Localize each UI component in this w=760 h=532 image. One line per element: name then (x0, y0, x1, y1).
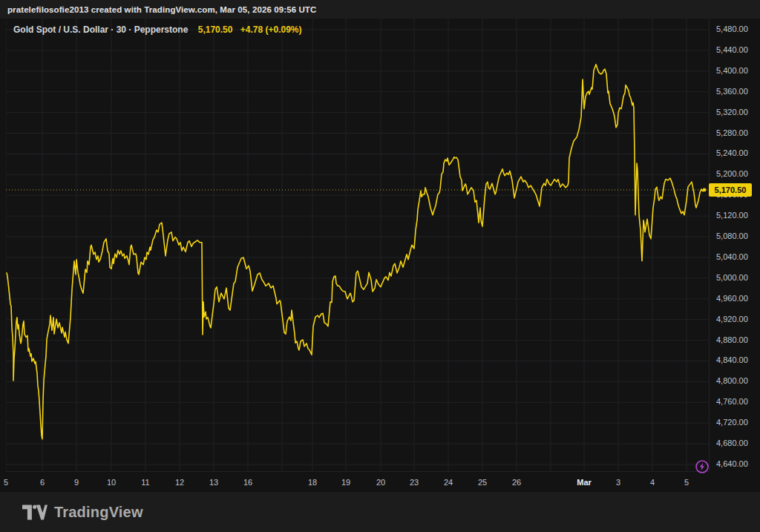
chart-pane[interactable]: Gold Spot / U.S. Dollar · 30 · Peppersto… (6, 19, 709, 471)
chart-legend[interactable]: Gold Spot / U.S. Dollar · 30 · Peppersto… (13, 24, 302, 35)
time-tick-label: 20 (376, 478, 385, 487)
time-tick-label: 3 (616, 478, 620, 487)
time-tick-label: 18 (308, 478, 317, 487)
time-tick-label: 4 (650, 478, 655, 487)
time-tick-label: 5 (684, 478, 689, 487)
price-chart[interactable] (6, 19, 709, 471)
time-tick-label: 19 (341, 478, 350, 487)
time-tick-label: 11 (141, 478, 149, 487)
price-tick-label: 5,280.00 (716, 128, 748, 137)
price-axis[interactable]: 5,480.005,440.005,400.005,360.005,320.00… (709, 19, 760, 471)
tradingview-logo[interactable]: TradingView (22, 504, 143, 521)
lightning-badge-icon[interactable] (695, 459, 710, 474)
price-tick-label: 4,840.00 (716, 355, 748, 364)
gridlines (6, 19, 709, 471)
last-point-marker (703, 188, 707, 192)
price-tick-label: 5,000.00 (716, 273, 748, 282)
attribution-text: pratelefilosofie2013 created with Tradin… (7, 5, 316, 14)
time-tick-label: 25 (478, 478, 487, 487)
price-tick-label: 4,920.00 (716, 315, 748, 324)
footer-bar: TradingView (0, 492, 760, 532)
price-tick-label: 5,320.00 (716, 108, 748, 116)
tradingview-logo-text: TradingView (54, 504, 143, 521)
time-tick-label: 23 (410, 478, 419, 487)
time-tick-label: 5 (4, 478, 8, 487)
price-tick-label: 5,480.00 (716, 24, 748, 33)
time-tick-label: 26 (512, 478, 521, 487)
price-tick-label: 5,080.00 (716, 231, 748, 240)
symbol-title[interactable]: Gold Spot / U.S. Dollar · 30 · Peppersto… (13, 24, 188, 35)
price-tick-label: 4,800.00 (716, 376, 748, 385)
time-tick-label: 10 (107, 478, 116, 487)
price-tick-label: 5,040.00 (716, 252, 748, 261)
time-tick-label: 16 (243, 478, 252, 487)
legend-change: +4.78 (+0.09%) (240, 24, 302, 35)
time-axis[interactable]: 569101112131618192023242526Mar345 (6, 471, 709, 492)
price-tick-label: 4,720.00 (716, 418, 748, 427)
legend-last-price: 5,170.50 (198, 24, 233, 35)
price-tick-label: 4,640.00 (716, 459, 748, 468)
price-tick-label: 4,880.00 (716, 335, 748, 344)
price-tick-label: 5,400.00 (716, 66, 748, 75)
price-tick-label: 5,120.00 (716, 211, 748, 220)
price-tick-label: 5,440.00 (716, 45, 748, 54)
time-tick-label: 6 (40, 478, 45, 487)
price-tick-label: 5,360.00 (716, 87, 748, 96)
price-tick-label: 4,960.00 (716, 294, 748, 303)
time-tick-label: 24 (444, 478, 453, 487)
tradingview-snapshot: pratelefilosofie2013 created with Tradin… (0, 0, 760, 532)
time-tick-label: 9 (74, 478, 79, 487)
price-tick-label: 5,240.00 (716, 148, 748, 157)
time-tick-label: 13 (209, 478, 218, 487)
attribution-bar: pratelefilosofie2013 created with Tradin… (0, 0, 760, 19)
last-price-badge: 5,170.50 (709, 183, 752, 197)
tradingview-logo-mark (22, 505, 48, 520)
time-tick-label: Mar (577, 478, 592, 487)
time-tick-label: 12 (175, 478, 184, 487)
price-tick-label: 4,760.00 (716, 397, 748, 406)
price-tick-label: 4,680.00 (716, 439, 748, 447)
price-tick-label: 5,200.00 (716, 169, 748, 178)
